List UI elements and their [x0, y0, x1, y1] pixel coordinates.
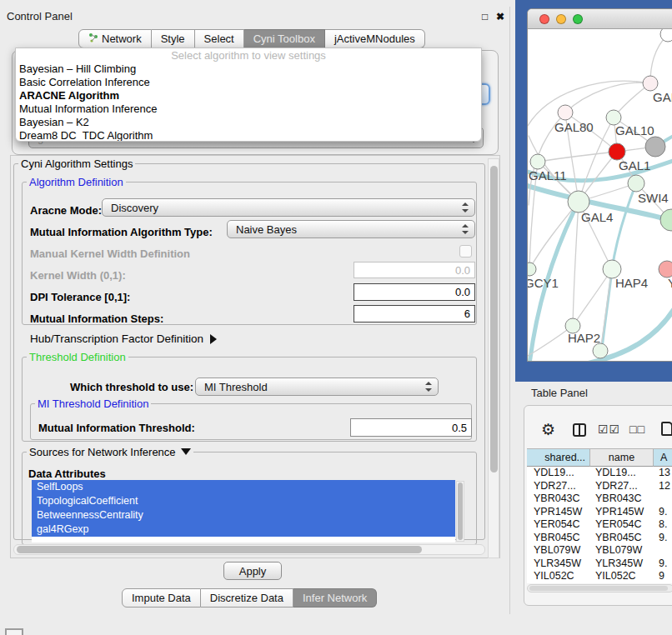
- combo-arrows-icon: [462, 202, 469, 212]
- mi-steps-input[interactable]: 6: [354, 305, 475, 322]
- data-attribute-item[interactable]: TopologicalCoefficient: [32, 494, 455, 508]
- which-threshold-combo[interactable]: MI Threshold: [195, 378, 439, 396]
- table-cell: YDL19...: [590, 467, 654, 480]
- settings-vertical-scrollbar[interactable]: [488, 158, 499, 558]
- table-cell: 9.: [654, 532, 667, 545]
- table-cell: [654, 544, 659, 558]
- data-attribute-item[interactable]: SelfLoops: [32, 480, 455, 494]
- combo-arrows-icon: [462, 224, 469, 234]
- algorithm-option[interactable]: Bayesian – Hill Climbing: [16, 62, 481, 76]
- algorithm-dropdown[interactable]: Select algorithm to view settings Bayesi…: [15, 48, 482, 142]
- mi-threshold-input[interactable]: 0.5: [350, 418, 472, 437]
- unchecked-boxes-icon[interactable]: □□: [629, 422, 645, 436]
- table-cell: YBR043C: [590, 492, 654, 506]
- application-root: Control Panel □ ✖ Network Style Select C…: [0, 0, 672, 635]
- table-row[interactable]: YBR043CYBR043C: [527, 492, 672, 506]
- kernel-width-input[interactable]: 0.0: [354, 262, 475, 278]
- checked-boxes-icon[interactable]: ☑☑: [598, 422, 620, 436]
- network-node[interactable]: [645, 137, 665, 157]
- table-cell: YLR345W: [590, 558, 654, 571]
- network-edge[interactable]: [528, 81, 650, 126]
- network-node[interactable]: [558, 105, 573, 120]
- table-row[interactable]: YER054CYER054C8.: [527, 518, 672, 532]
- table-body[interactable]: YDL19...YDL19...13YDR27...YDR27...12YBR0…: [527, 467, 672, 583]
- tab-style[interactable]: Style: [152, 29, 195, 48]
- dpi-tolerance-input[interactable]: 0.0: [354, 283, 475, 301]
- tab-jactivemnodules[interactable]: jActiveMNodules: [325, 29, 425, 48]
- data-attribute-item[interactable]: gal4RGexp: [32, 522, 455, 537]
- network-node[interactable]: [593, 343, 608, 358]
- network-edge[interactable]: [573, 202, 579, 326]
- split-columns-icon[interactable]: [573, 423, 586, 437]
- tab-cyni-toolbox[interactable]: Cyni Toolbox: [244, 29, 325, 48]
- network-node[interactable]: [660, 209, 672, 231]
- network-edge[interactable]: [565, 82, 650, 112]
- apply-button[interactable]: Apply: [223, 562, 282, 580]
- network-node[interactable]: [643, 76, 658, 91]
- settings-horizontal-scrollbar[interactable]: [13, 544, 485, 555]
- docked-panel-icon[interactable]: [5, 628, 23, 635]
- table-row[interactable]: YBL079WYBL079W: [527, 544, 672, 558]
- group-title: Threshold Definition: [27, 351, 128, 363]
- document-icon[interactable]: [661, 422, 672, 436]
- hub-definition-expander[interactable]: Hub/Transcription Factor Definition: [30, 332, 217, 345]
- table-row[interactable]: YLR345WYLR345W9.: [527, 558, 672, 571]
- sources-collapse-header[interactable]: Sources for Network Inference: [27, 446, 193, 458]
- table-cell: 8.: [654, 518, 667, 532]
- column-header-name[interactable]: name: [590, 448, 654, 467]
- table-row[interactable]: YDL19...YDL19...13: [527, 467, 672, 480]
- data-attributes-list[interactable]: SelfLoopsTopologicalCoefficientBetweenne…: [32, 480, 455, 542]
- network-window-titlebar[interactable]: [528, 9, 672, 29]
- kernel-width-label: Kernel Width (0,1):: [30, 269, 126, 282]
- tab-discretize-data[interactable]: Discretize Data: [201, 588, 293, 608]
- gear-icon[interactable]: ⚙: [541, 420, 555, 439]
- minimize-icon[interactable]: □: [482, 11, 488, 22]
- tab-infer-network[interactable]: Infer Network: [293, 588, 377, 608]
- table-horizontal-scrollbar[interactable]: [527, 584, 672, 592]
- column-header-clipped[interactable]: A: [654, 448, 672, 467]
- node-label: HAP4: [615, 276, 648, 290]
- network-edge[interactable]: [600, 269, 612, 351]
- network-node[interactable]: [528, 262, 536, 276]
- network-view-window[interactable]: GALGAL80GAL10GAL1GAL11SWI4GAL4GCY1HAP4YH…: [527, 8, 672, 362]
- network-node[interactable]: [628, 175, 644, 192]
- control-panel-title: Control Panel: [7, 10, 73, 22]
- cyni-bottom-tabbar: Impute Data Discretize Data Infer Networ…: [122, 588, 377, 608]
- table-row[interactable]: YDR27...YDR27...12: [527, 480, 672, 493]
- zoom-traffic-light-icon[interactable]: [573, 14, 583, 24]
- table-cell: [654, 492, 659, 506]
- network-node[interactable]: [660, 29, 672, 42]
- close-icon[interactable]: ✖: [496, 11, 504, 22]
- close-traffic-light-icon[interactable]: [539, 14, 549, 24]
- network-edge[interactable]: [538, 152, 617, 162]
- table-row[interactable]: YBR045CYBR045C9.: [527, 532, 672, 545]
- table-row[interactable]: YIL052CYIL052C9: [527, 570, 672, 583]
- algorithm-option[interactable]: Dream8 DC_TDC Algorithm: [16, 129, 481, 142]
- mi-algorithm-type-combo[interactable]: Naive Bayes: [227, 220, 475, 238]
- node-label: GAL: [653, 90, 672, 104]
- network-node[interactable]: [609, 143, 625, 160]
- node-label: Y: [668, 276, 672, 290]
- minimize-traffic-light-icon[interactable]: [556, 14, 566, 24]
- table-cell: 9.: [654, 506, 667, 519]
- algorithm-option[interactable]: Bayesian – K2: [16, 116, 481, 129]
- manual-kernel-width-checkbox[interactable]: [459, 245, 472, 258]
- network-edge[interactable]: [612, 183, 636, 269]
- table-row[interactable]: YPR145WYPR145W9.: [527, 506, 672, 519]
- algorithm-option[interactable]: ARACNE Algorithm: [16, 89, 481, 102]
- algorithm-option[interactable]: Mutual Information Inference: [16, 102, 481, 116]
- tab-select[interactable]: Select: [195, 29, 244, 48]
- tab-impute-data[interactable]: Impute Data: [122, 588, 201, 608]
- aracne-mode-combo[interactable]: Discovery: [102, 198, 475, 217]
- algorithm-option[interactable]: Basic Correlation Inference: [16, 76, 481, 89]
- column-header-shared-name[interactable]: shared...: [527, 448, 590, 467]
- dropdown-placeholder: Select algorithm to view settings: [16, 48, 481, 62]
- table-cell: YBL079W: [527, 544, 590, 558]
- list-scrollbar[interactable]: [456, 481, 464, 542]
- network-canvas[interactable]: GALGAL80GAL10GAL1GAL11SWI4GAL4GCY1HAP4YH…: [528, 29, 672, 362]
- network-node[interactable]: [659, 261, 672, 278]
- tab-label: Style: [161, 32, 185, 45]
- network-node[interactable]: [530, 154, 545, 169]
- data-attribute-item[interactable]: BetweennessCentrality: [32, 508, 455, 522]
- tab-network[interactable]: Network: [78, 29, 152, 48]
